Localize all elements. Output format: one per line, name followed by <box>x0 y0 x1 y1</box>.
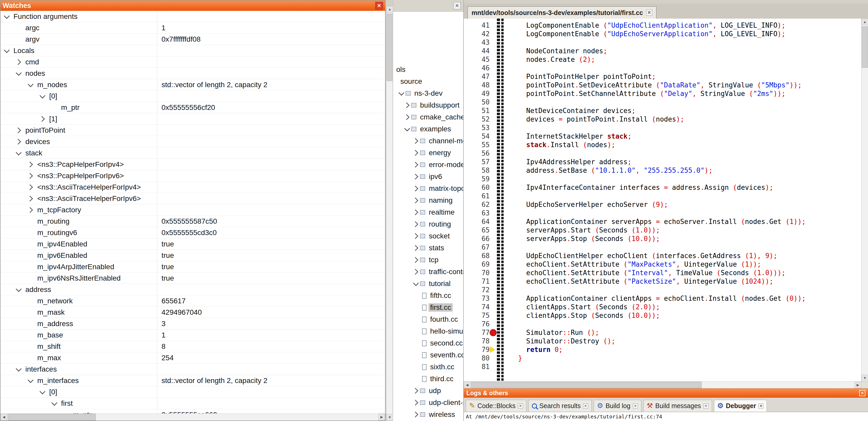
tree-item-naming[interactable]: naming <box>393 194 463 206</box>
line-number[interactable]: 41 <box>464 21 490 30</box>
log-tab-search-results[interactable]: Search results✕ <box>528 400 592 412</box>
line-number[interactable]: 72 <box>464 286 490 294</box>
code-line[interactable]: 64 ApplicationContainer serverApps = ech… <box>464 218 861 226</box>
code-line[interactable]: 43 <box>464 38 861 47</box>
tree-item-udp-client-ser[interactable]: udp-client-ser <box>393 397 463 409</box>
close-icon[interactable]: ✕ <box>633 403 638 409</box>
line-number[interactable]: 48 <box>464 81 490 90</box>
tree-item-fourth-cc[interactable]: fourth.cc <box>393 314 463 325</box>
code-line[interactable]: 44 NodeContainer nodes; <box>464 47 861 55</box>
tree-item-ipv6[interactable]: ipv6 <box>393 171 463 183</box>
chevron-expanded-icon[interactable] <box>28 81 34 87</box>
scroll-down-icon[interactable]: ▼ <box>386 414 393 421</box>
chevron-collapsed-icon[interactable] <box>412 257 418 263</box>
chevron-collapsed-icon[interactable] <box>412 174 418 180</box>
editor-vscrollbar[interactable]: ▲ ▼ <box>861 19 868 382</box>
line-number[interactable]: 69 <box>464 260 490 269</box>
code-line[interactable]: 52 devices = pointToPoint.Install (nodes… <box>464 115 861 124</box>
chevron-expanded-icon[interactable] <box>40 388 45 394</box>
close-icon[interactable]: ✕ <box>758 403 764 409</box>
chevron-collapsed-icon[interactable] <box>27 184 33 190</box>
scroll-down-icon[interactable]: ▼ <box>862 375 868 382</box>
line-number[interactable]: 45 <box>464 55 490 64</box>
watch-row[interactable]: m_mask4294967040 <box>1 307 385 318</box>
tree-item-seventh-cc[interactable]: seventh.cc <box>393 349 463 361</box>
code-line[interactable]: 50 <box>464 98 861 106</box>
close-icon[interactable]: ✕ <box>454 2 461 9</box>
tree-item-stats[interactable]: stats <box>393 242 463 254</box>
line-number[interactable]: 65 <box>464 226 490 234</box>
chevron-collapsed-icon[interactable] <box>412 209 418 216</box>
tree-item-energy[interactable]: energy <box>393 147 463 159</box>
tree-item-cmake-cache[interactable]: cmake_cache <box>393 111 463 123</box>
watch-row[interactable]: cmd <box>1 56 385 68</box>
chevron-collapsed-icon[interactable] <box>412 138 418 144</box>
code-line[interactable]: 41 LogComponentEnable ("UdpEchoClientApp… <box>464 21 861 30</box>
line-number[interactable]: 44 <box>464 47 490 55</box>
watches-titlebar[interactable]: Watches ✕ <box>1 1 385 11</box>
editor-tab[interactable]: mnt/dev/tools/source/ns-3-dev/examples/t… <box>467 6 657 19</box>
watch-row[interactable]: m_shift8 <box>1 341 385 352</box>
chevron-collapsed-icon[interactable] <box>39 116 45 122</box>
code-editor[interactable]: 41 LogComponentEnable ("UdpEchoClientApp… <box>464 19 861 382</box>
line-number[interactable]: 66 <box>464 234 490 243</box>
watch-row[interactable]: m_routingv60x5555555cd3c0 <box>1 227 385 238</box>
chevron-collapsed-icon[interactable] <box>27 173 33 179</box>
line-number[interactable]: 67 <box>464 243 490 252</box>
line-number[interactable]: 53 <box>464 124 490 132</box>
line-number[interactable]: 75 <box>464 311 490 320</box>
watch-row[interactable]: m_routing0x555555587c50 <box>1 216 385 227</box>
line-number[interactable]: 80 <box>464 354 490 362</box>
line-number[interactable]: 62 <box>464 200 490 209</box>
tree-item-first-cc[interactable]: first.cc <box>393 301 463 314</box>
scroll-left-icon[interactable]: ◀ <box>1 414 7 420</box>
scrollbar-thumb[interactable] <box>471 382 702 388</box>
watch-row[interactable]: m_ipv6NsRsJitterEnabledtrue <box>1 272 385 284</box>
tree-item-ols[interactable]: ols <box>393 64 463 75</box>
code-line[interactable]: 60 Ipv4InterfaceContainer interfaces = a… <box>464 183 861 192</box>
watch-row[interactable]: m_ipv4ArpJitterEnabledtrue <box>1 261 385 272</box>
watch-row[interactable]: stack <box>1 148 385 159</box>
chevron-collapsed-icon[interactable] <box>412 400 418 406</box>
chevron-expanded-icon[interactable] <box>40 93 45 99</box>
log-tab-build-log[interactable]: ⚙Build log✕ <box>594 400 641 412</box>
chevron-expanded-icon[interactable] <box>16 366 22 371</box>
chevron-expanded-icon[interactable] <box>404 126 410 132</box>
scrollbar-track[interactable] <box>96 414 378 420</box>
code-line[interactable]: 69 echoClient.SetAttribute ("MaxPackets"… <box>464 260 861 269</box>
chevron-collapsed-icon[interactable] <box>15 59 21 65</box>
code-line[interactable]: 57 Ipv4AddressHelper address; <box>464 158 861 166</box>
line-number[interactable]: 63 <box>464 209 490 218</box>
log-tab-code-blocks[interactable]: ✎Code::Blocks✕ <box>466 400 526 412</box>
chevron-collapsed-icon[interactable] <box>412 245 418 251</box>
watch-row[interactable]: Function arguments <box>1 11 385 22</box>
chevron-expanded-icon[interactable] <box>399 90 404 96</box>
line-number[interactable]: 55 <box>464 141 490 149</box>
code-line[interactable]: 78 Simulator::Destroy (); <box>464 337 861 346</box>
close-icon[interactable]: ✕ <box>518 403 523 409</box>
code-line[interactable]: 70 echoClient.SetAttribute ("Interval", … <box>464 269 861 277</box>
tree-item-error-model[interactable]: error-model <box>393 159 463 171</box>
code-line[interactable]: 49 pointToPoint.SetChannelAttribute ("De… <box>464 90 861 98</box>
tree-item-source[interactable]: source <box>393 75 463 88</box>
watch-row[interactable]: address <box>1 284 385 295</box>
log-tab-build-messages[interactable]: ⚒Build messages✕ <box>643 400 712 412</box>
line-number[interactable]: 50 <box>464 98 490 106</box>
watch-row[interactable]: devices <box>1 136 385 148</box>
scroll-up-icon[interactable]: ▲ <box>862 19 868 25</box>
tree-item-socket[interactable]: socket <box>393 230 463 242</box>
watch-row[interactable]: m_ipv6Enabledtrue <box>1 250 385 261</box>
code-line[interactable]: 81 <box>464 362 861 371</box>
line-number[interactable]: 60 <box>464 183 490 192</box>
watch-row[interactable]: m_ptr0x55555556cf20 <box>1 102 385 113</box>
line-number[interactable]: 58 <box>464 166 490 175</box>
watch-row[interactable]: m_max254 <box>1 352 385 364</box>
code-line[interactable]: 68 UdpEchoClientHelper echoClient (inter… <box>464 252 861 260</box>
code-line[interactable]: 66 serverApps.Stop (Seconds (10.0)); <box>464 234 861 243</box>
line-number[interactable]: 42 <box>464 30 490 38</box>
line-number[interactable]: 56 <box>464 149 490 158</box>
scroll-right-icon[interactable]: ▶ <box>855 382 861 388</box>
code-line[interactable]: 76 <box>464 320 861 328</box>
code-line[interactable]: 62 UdpEchoServerHelper echoServer (9); <box>464 200 861 209</box>
line-number[interactable]: 49 <box>464 90 490 98</box>
